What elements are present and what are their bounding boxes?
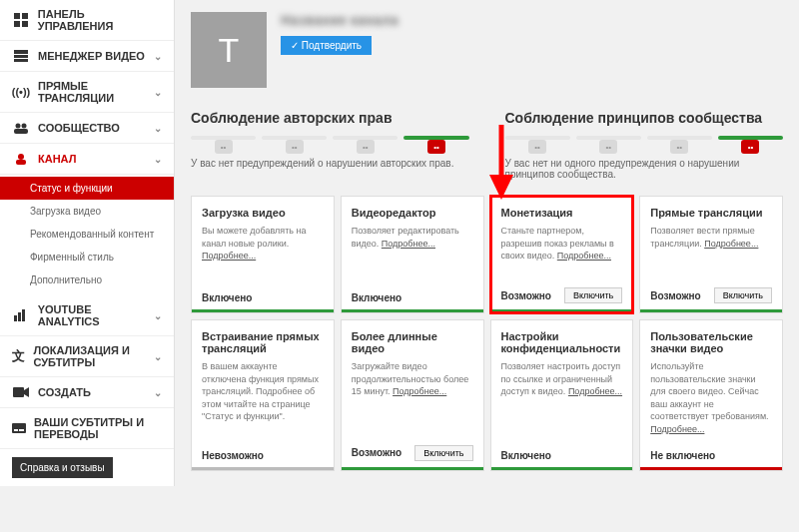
nav-item-subtitles[interactable]: ВАШИ СУБТИТРЫ И ПЕРЕВОДЫ (0, 408, 174, 449)
chevron-down-icon: ⌄ (154, 51, 162, 62)
status-label: Возможно (352, 447, 401, 458)
svg-point-7 (16, 124, 21, 129)
learn-more-link[interactable]: Подробнее... (568, 386, 622, 396)
status-label: Включено (352, 292, 401, 303)
card-desc: В вашем аккаунте отключена функция прямы… (202, 360, 324, 436)
nav-label: ВАШИ СУБТИТРЫ И ПЕРЕВОДЫ (34, 416, 162, 440)
svg-rect-15 (13, 387, 24, 397)
nav-label: СООБЩЕСТВО (38, 122, 120, 134)
nav-item-live[interactable]: ((•))ПРЯМЫЕ ТРАНСЛЯЦИИ⌄ (0, 72, 174, 113)
nav-label: ПРЯМЫЕ ТРАНСЛЯЦИИ (38, 80, 154, 104)
svg-marker-16 (24, 387, 29, 397)
svg-rect-3 (22, 21, 28, 27)
card-desc: Загружайте видео продолжительностью боле… (352, 360, 473, 431)
status-label: Не включено (650, 450, 715, 461)
svg-rect-4 (14, 50, 28, 54)
nav-item-translate[interactable]: 文ЛОКАЛИЗАЦИЯ И СУБТИТРЫ⌄ (0, 336, 174, 377)
status-label: Возможно (501, 290, 551, 301)
copyright-text: У вас нет предупреждений о нарушении авт… (191, 158, 469, 169)
enable-button[interactable]: Включить (714, 287, 772, 303)
community-icon (12, 121, 30, 135)
feature-card: Встраивание прямых трансляцийВ вашем акк… (191, 319, 335, 471)
card-title: Монетизация (501, 207, 623, 219)
nav-label: ПАНЕЛЬ УПРАВЛЕНИЯ (38, 8, 162, 32)
learn-more-link[interactable]: Подробнее... (557, 251, 611, 261)
learn-more-link[interactable]: Подробнее... (393, 386, 446, 396)
community-status: Соблюдение принципов сообщества •• •• ••… (505, 110, 784, 180)
sub-item[interactable]: Рекомендованный контент (0, 223, 174, 246)
svg-rect-17 (12, 423, 26, 433)
nav-label: СОЗДАТЬ (38, 386, 91, 398)
nav-label: МЕНЕДЖЕР ВИДЕО (38, 50, 145, 62)
community-title: Соблюдение принципов сообщества (505, 110, 784, 126)
feature-card: МонетизацияСтаньте партнером, разрешив п… (490, 196, 634, 313)
feature-card: ВидеоредакторПозволяет редактировать вид… (341, 196, 484, 313)
svg-point-8 (22, 124, 27, 129)
feature-card: Более длинные видеоЗагружайте видео прод… (341, 319, 484, 471)
sub-item[interactable]: Статус и функции (0, 177, 174, 200)
svg-rect-0 (14, 13, 20, 19)
status-label: Невозможно (202, 450, 264, 461)
svg-rect-9 (14, 129, 28, 134)
channel-name: Название канала (281, 12, 399, 28)
svg-rect-6 (14, 59, 28, 62)
nav-item-create[interactable]: СОЗДАТЬ⌄ (0, 377, 174, 408)
card-title: Настройки конфиденциальности (501, 330, 623, 354)
status-bar (192, 467, 334, 470)
feature-card: Прямые трансляцииПозволяет вести прямые … (639, 196, 783, 313)
analytics-icon (12, 308, 30, 322)
status-bar (491, 467, 633, 470)
copyright-status: Соблюдение авторских прав •• •• •• •• У … (191, 110, 469, 180)
nav-item-community[interactable]: СООБЩЕСТВО⌄ (0, 113, 174, 144)
sub-item[interactable]: Фирменный стиль (0, 246, 174, 268)
chevron-down-icon: ⌄ (154, 387, 162, 398)
nav-item-analytics[interactable]: YOUTUBE ANALYTICS⌄ (0, 295, 174, 336)
nav-item-dashboard[interactable]: ПАНЕЛЬ УПРАВЛЕНИЯ (0, 0, 174, 41)
subtitles-icon (12, 421, 26, 435)
svg-point-10 (18, 154, 24, 160)
card-title: Загрузка видео (202, 207, 324, 219)
create-icon (12, 385, 30, 399)
nav-item-video-manager[interactable]: МЕНЕДЖЕР ВИДЕО⌄ (0, 41, 174, 72)
card-title: Встраивание прямых трансляций (202, 330, 324, 354)
copyright-title: Соблюдение авторских прав (191, 110, 469, 126)
verify-button[interactable]: ✓ Подтвердить (281, 36, 372, 55)
status-label: Включено (202, 292, 252, 303)
nav-item-channel[interactable]: КАНАЛ⌄ (0, 144, 174, 175)
chevron-down-icon: ⌄ (154, 87, 162, 98)
sub-item[interactable]: Дополнительно (0, 268, 174, 291)
card-title: Более длинные видео (352, 330, 473, 354)
main-content: Т Название канала ✓ Подтвердить Соблюден… (175, 0, 799, 486)
status-label: Включено (501, 450, 551, 461)
enable-button[interactable]: Включить (414, 445, 472, 461)
status-bar (640, 309, 782, 312)
card-desc: Позволяет редактировать видео. Подробнее… (352, 225, 473, 278)
enable-button[interactable]: Включить (564, 287, 622, 303)
svg-rect-11 (16, 160, 26, 165)
chevron-down-icon: ⌄ (154, 310, 162, 321)
svg-rect-1 (22, 13, 28, 19)
feature-card: Пользовательские значки видеоИспользуйте… (639, 319, 783, 471)
card-desc: Вы можете добавлять на канал новые ролик… (202, 225, 324, 278)
chevron-down-icon: ⌄ (154, 123, 162, 134)
status-bar (342, 309, 483, 312)
svg-rect-18 (14, 429, 18, 431)
learn-more-link[interactable]: Подробнее... (650, 424, 704, 434)
svg-rect-5 (14, 55, 28, 58)
svg-rect-13 (18, 312, 21, 321)
nav-label: YOUTUBE ANALYTICS (38, 303, 154, 327)
status-label: Возможно (650, 290, 700, 301)
status-bar (342, 467, 483, 470)
help-feedback-button[interactable]: Справка и отзывы (12, 457, 113, 478)
avatar: Т (191, 12, 267, 88)
svg-rect-12 (14, 315, 17, 321)
learn-more-link[interactable]: Подробнее... (382, 239, 435, 249)
verify-label: Подтвердить (302, 40, 362, 51)
learn-more-link[interactable]: Подробнее... (202, 251, 256, 261)
sub-item[interactable]: Загрузка видео (0, 200, 174, 223)
card-desc: Станьте партнером, разрешив показ реклам… (501, 225, 623, 273)
chevron-down-icon: ⌄ (154, 351, 162, 362)
card-desc: Позволяет настроить доступ по ссылке и о… (501, 360, 623, 436)
learn-more-link[interactable]: Подробнее... (704, 239, 758, 249)
svg-rect-19 (19, 429, 24, 431)
